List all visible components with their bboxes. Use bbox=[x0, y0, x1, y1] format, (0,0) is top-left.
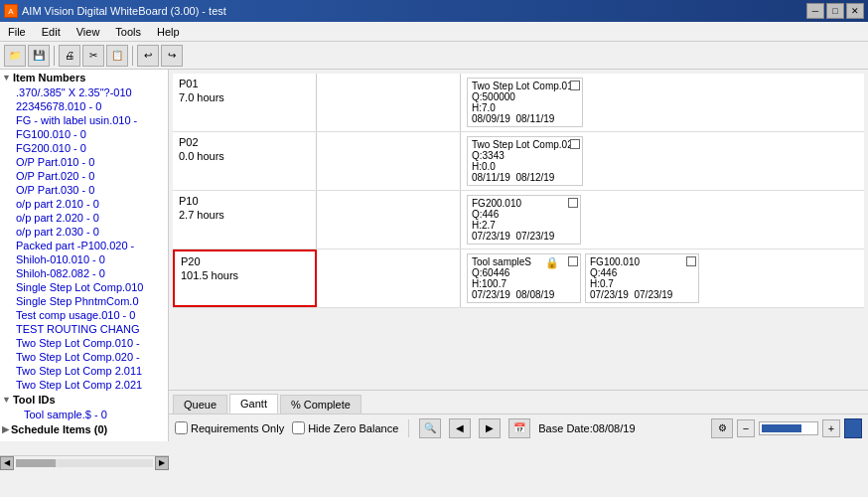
toolbar-btn-3[interactable]: 🖨 bbox=[59, 45, 80, 67]
p02-item-0-checkbox[interactable] bbox=[570, 139, 580, 149]
zoom-slider[interactable] bbox=[759, 421, 818, 435]
p10-item-0-checkbox[interactable] bbox=[568, 198, 578, 208]
p20-item-0[interactable]: 🔒 Tool sampleS Q:60446 H:100.7 07/23/19 … bbox=[467, 253, 581, 303]
sidebar-item-16[interactable]: Test comp usage.010 - 0 bbox=[0, 308, 168, 322]
toolbar-btn-6[interactable]: ↩ bbox=[137, 45, 159, 67]
nav-btn-3[interactable]: 📅 bbox=[508, 418, 530, 438]
sidebar-item-6[interactable]: O/P Part.020 - 0 bbox=[0, 169, 168, 183]
content-wrapper: P01 7.0 hours Two Step Lot Comp.010 Q:50… bbox=[169, 70, 868, 441]
menu-file[interactable]: File bbox=[4, 24, 30, 40]
p10-item-0-q: Q:446 bbox=[472, 209, 576, 220]
toolbar: 📁 💾 🖨 ✂ 📋 ↩ ↪ bbox=[0, 42, 868, 70]
toolbar-btn-2[interactable]: 💾 bbox=[28, 45, 50, 67]
p20-item-1-checkbox[interactable] bbox=[686, 256, 696, 266]
sidebar-group-items-header[interactable]: ▼ Item Numbers bbox=[0, 70, 168, 85]
scroll-track bbox=[16, 459, 153, 467]
tab-queue[interactable]: Queue bbox=[173, 395, 227, 414]
gantt-cell-p02-left[interactable]: P02 0.0 hours bbox=[173, 132, 317, 190]
gantt-cell-p01-right: Two Step Lot Comp.010 Q:500000 H:7.0 08/… bbox=[461, 74, 864, 131]
hide-zero-balance-input[interactable] bbox=[292, 421, 305, 434]
blue-indicator bbox=[844, 418, 862, 438]
p20-item-1-h: H:0.7 bbox=[590, 278, 694, 289]
p01-item-0[interactable]: Two Step Lot Comp.010 Q:500000 H:7.0 08/… bbox=[467, 78, 583, 127]
sidebar-group-schedule-header[interactable]: ▶ Schedule Items (0) bbox=[0, 421, 168, 437]
sidebar-item-8[interactable]: o/p part 2.010 - 0 bbox=[0, 197, 168, 211]
close-button[interactable]: ✕ bbox=[846, 3, 864, 19]
maximize-button[interactable]: □ bbox=[826, 3, 844, 19]
menu-edit[interactable]: Edit bbox=[38, 24, 65, 40]
p20-item-1[interactable]: FG100.010 Q:446 H:0.7 07/23/19 07/23/19 bbox=[585, 253, 699, 303]
toolbar-separator-2 bbox=[132, 46, 133, 66]
gantt-row-p01: P01 7.0 hours Two Step Lot Comp.010 Q:50… bbox=[173, 74, 864, 132]
sidebar-item-12[interactable]: Shiloh-010.010 - 0 bbox=[0, 252, 168, 266]
sidebar-item-7[interactable]: O/P Part.030 - 0 bbox=[0, 183, 168, 197]
p02-code: P02 bbox=[179, 136, 310, 148]
sidebar-item-21[interactable]: Two Step Lot Comp 2.021 bbox=[0, 378, 168, 392]
sidebar-group-tools: ▼ Tool IDs Tool sample.$ - 0 bbox=[0, 392, 168, 421]
sidebar-item-4[interactable]: FG200.010 - 0 bbox=[0, 141, 168, 155]
gantt-cell-p10-left[interactable]: P10 2.7 hours bbox=[173, 191, 317, 248]
zoom-out-btn[interactable]: − bbox=[737, 419, 755, 437]
search-btn[interactable]: 🔍 bbox=[419, 418, 441, 438]
hide-zero-balance-label: Hide Zero Balance bbox=[308, 422, 398, 434]
sidebar-item-13[interactable]: Shiloh-082.082 - 0 bbox=[0, 266, 168, 280]
sidebar-item-19[interactable]: Two Step Lot Comp.020 - bbox=[0, 350, 168, 364]
p10-item-0[interactable]: FG200.010 Q:446 H:2.7 07/23/19 07/23/19 bbox=[467, 195, 581, 245]
minimize-button[interactable]: ─ bbox=[806, 3, 824, 19]
toolbar-btn-4[interactable]: ✂ bbox=[82, 45, 104, 67]
sidebar-item-15[interactable]: Single Step PhntmCom.0 bbox=[0, 294, 168, 308]
p01-item-0-checkbox[interactable] bbox=[570, 81, 580, 90]
sidebar-item-20[interactable]: Two Step Lot Comp 2.011 bbox=[0, 364, 168, 378]
expand-icon-schedule: ▶ bbox=[2, 424, 9, 434]
gantt-cell-p01-left[interactable]: P01 7.0 hours bbox=[173, 74, 317, 131]
toolbar-btn-7[interactable]: ↪ bbox=[161, 45, 183, 67]
sidebar-item-14[interactable]: Single Step Lot Comp.010 bbox=[0, 280, 168, 294]
zoom-fill bbox=[762, 424, 801, 432]
requirements-only-checkbox[interactable]: Requirements Only bbox=[175, 421, 284, 434]
gantt-cell-p01-mid bbox=[317, 74, 461, 131]
p20-item-0-title: Tool sampleS bbox=[472, 256, 576, 267]
scroll-right-btn[interactable]: ▶ bbox=[155, 456, 169, 470]
menu-help[interactable]: Help bbox=[153, 24, 184, 40]
p20-item-0-checkbox[interactable] bbox=[568, 256, 578, 266]
p20-item-1-dates: 07/23/19 07/23/19 bbox=[590, 289, 694, 300]
sidebar-item-tool-0[interactable]: Tool sample.$ - 0 bbox=[0, 408, 168, 421]
p02-hours: 0.0 hours bbox=[179, 150, 310, 162]
sidebar-item-11[interactable]: Packed part -P100.020 - bbox=[0, 239, 168, 252]
toolbar-btn-1[interactable]: 📁 bbox=[4, 45, 26, 67]
tab-percent-complete[interactable]: % Complete bbox=[280, 395, 362, 414]
zoom-in-btn[interactable]: + bbox=[822, 419, 840, 437]
sidebar-group-tools-header[interactable]: ▼ Tool IDs bbox=[0, 392, 168, 408]
menu-view[interactable]: View bbox=[72, 24, 104, 40]
sidebar-item-10[interactable]: o/p part 2.030 - 0 bbox=[0, 225, 168, 239]
sidebar-item-9[interactable]: o/p part 2.020 - 0 bbox=[0, 211, 168, 225]
menu-tools[interactable]: Tools bbox=[111, 24, 145, 40]
sidebar-group-schedule: ▶ Schedule Items (0) bbox=[0, 421, 168, 437]
nav-btn-1[interactable]: ◀ bbox=[449, 418, 471, 438]
sidebar-item-18[interactable]: Two Step Lot Comp.010 - bbox=[0, 336, 168, 350]
p20-item-0-dates: 07/23/19 08/08/19 bbox=[472, 289, 576, 300]
settings-btn[interactable]: ⚙ bbox=[711, 418, 733, 438]
hide-zero-balance-checkbox[interactable]: Hide Zero Balance bbox=[292, 421, 398, 434]
expand-icon-tools: ▼ bbox=[2, 395, 11, 405]
scroll-thumb[interactable] bbox=[16, 459, 56, 467]
gantt-cell-p20-left[interactable]: P20 101.5 hours bbox=[173, 249, 317, 307]
sidebar-item-17[interactable]: TEST ROUTING CHANG bbox=[0, 322, 168, 336]
sidebar-item-1[interactable]: 22345678.010 - 0 bbox=[0, 99, 168, 113]
p20-item-1-title: FG100.010 bbox=[590, 256, 694, 267]
gantt-row-p10: P10 2.7 hours FG200.010 Q:446 H:2.7 07/2… bbox=[173, 191, 864, 249]
nav-btn-2[interactable]: ▶ bbox=[479, 418, 501, 438]
sidebar-item-0[interactable]: .370/.385" X 2.35"?-010 bbox=[0, 85, 168, 99]
sidebar-scrollbar[interactable]: ◀ ▶ bbox=[0, 455, 169, 469]
tab-gantt[interactable]: Gantt bbox=[229, 394, 278, 414]
sidebar-item-5[interactable]: O/P Part.010 - 0 bbox=[0, 155, 168, 169]
p20-item-1-q: Q:446 bbox=[590, 267, 694, 278]
toolbar-btn-5[interactable]: 📋 bbox=[106, 45, 128, 67]
sidebar-item-2[interactable]: FG - with label usin.010 - bbox=[0, 113, 168, 127]
scroll-left-btn[interactable]: ◀ bbox=[0, 456, 14, 470]
requirements-only-input[interactable] bbox=[175, 421, 188, 434]
sidebar-item-3[interactable]: FG100.010 - 0 bbox=[0, 127, 168, 141]
sidebar: ▼ Item Numbers .370/.385" X 2.35"?-010 2… bbox=[0, 70, 169, 441]
app-icon: A bbox=[4, 4, 18, 18]
p02-item-0[interactable]: Two Step Lot Comp.020 Q:3343 H:0.0 08/11… bbox=[467, 136, 583, 186]
